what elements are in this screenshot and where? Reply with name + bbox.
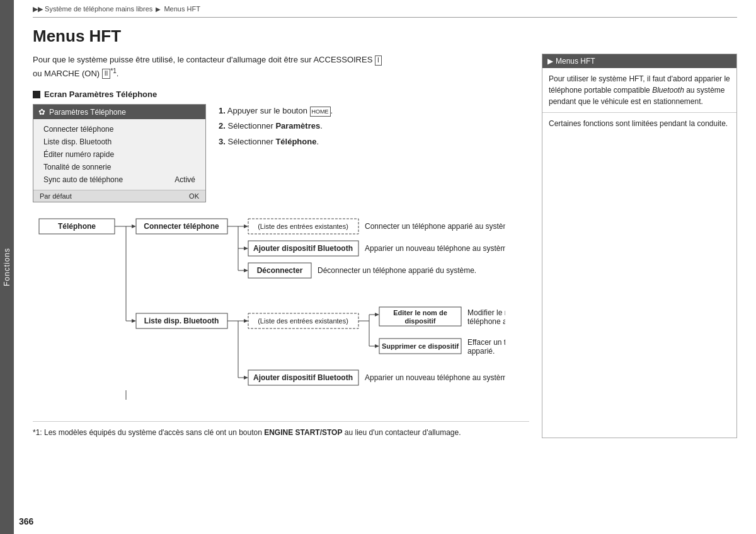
step2-label: Sélectionner: [227, 121, 273, 131]
svg-text:(Liste des entrées existantes): (Liste des entrées existantes): [258, 223, 348, 230]
footnote-bold: ENGINE START/STOP: [264, 428, 342, 437]
svg-text:Modifier le nom d'un: Modifier le nom d'un: [467, 308, 505, 317]
svg-marker-45: [375, 344, 379, 348]
svg-text:dispositif: dispositif: [405, 317, 436, 325]
section-header: Ecran Paramètres Téléphone: [33, 90, 529, 99]
step3-num: 3.: [219, 137, 226, 146]
note-arrow-icon: ▶: [547, 57, 553, 66]
note-box-para2: Certaines fonctions sont limitées pendan…: [542, 113, 736, 134]
breadcrumb: ▶▶ Système de téléphone mains libres ▶ M…: [33, 0, 737, 18]
page-title: Menus HFT: [33, 26, 737, 46]
svg-text:Connecter un téléphone apparié: Connecter un téléphone apparié au systèm…: [365, 222, 505, 231]
note-box-header: ▶ Menus HFT: [542, 54, 736, 68]
svg-text:(Liste des entrées existantes): (Liste des entrées existantes): [258, 317, 348, 325]
svg-text:Effacer un téléphone: Effacer un téléphone: [467, 338, 505, 347]
gear-icon: ✿: [38, 107, 45, 117]
screen-menu-item-4: Tonalité de sonnerie: [33, 161, 205, 173]
note-box-para1: Pour utiliser le système HFT, il faut d'…: [542, 68, 736, 113]
screen-title: Paramètres Téléphone: [49, 108, 126, 117]
step1-text: Appuyer sur le bouton: [227, 106, 307, 115]
note-para1-text: Pour utiliser le système HFT, il faut d'…: [549, 74, 730, 106]
svg-text:Téléphone: Téléphone: [58, 222, 96, 231]
svg-text:téléphone apparié.: téléphone apparié.: [467, 317, 505, 326]
sidebar-label: Fonctions: [3, 248, 11, 286]
screen-footer-left: Par défaut: [40, 192, 72, 200]
on-icon: II: [102, 69, 111, 79]
svg-text:Ajouter dispositif Bluetooth: Ajouter dispositif Bluetooth: [253, 373, 353, 382]
col-left: Pour que le système puisse être utilisé,…: [33, 54, 529, 438]
svg-marker-26: [132, 319, 136, 323]
svg-marker-51: [244, 376, 248, 380]
svg-marker-32: [244, 319, 248, 323]
step2-num: 2.: [219, 121, 226, 131]
svg-text:Déconnecter: Déconnecter: [257, 266, 303, 275]
sidebar: Fonctions: [0, 0, 14, 534]
footnote-text2: au lieu d'un contacteur d'allumage.: [345, 428, 461, 437]
svg-marker-16: [244, 247, 248, 250]
home-icon: HOME: [310, 107, 331, 117]
step2-value: Paramètres: [275, 121, 320, 131]
svg-text:Connecter téléphone: Connecter téléphone: [144, 222, 219, 231]
screen-menu: Connecter téléphone Liste disp. Bluetoot…: [33, 119, 205, 190]
section-title: Ecran Paramètres Téléphone: [44, 90, 157, 99]
breadcrumb-arrow2: ▶: [156, 6, 161, 13]
svg-text:Liste disp. Bluetooth: Liste disp. Bluetooth: [144, 316, 219, 325]
screen-mockup: ✿ Paramètres Téléphone Connecter télépho…: [33, 104, 206, 202]
svg-marker-21: [244, 269, 248, 272]
intro-text: Pour que le système puisse être utilisé,…: [33, 54, 529, 79]
screen-menu-item-1: Connecter téléphone: [33, 123, 205, 136]
breadcrumb-part2: Menus HFT: [164, 5, 200, 13]
svg-text:Ajouter dispositif Bluetooth: Ajouter dispositif Bluetooth: [253, 244, 353, 253]
acc-icon: I: [375, 55, 382, 66]
screen-menu-item-3: Éditer numéro rapide: [33, 148, 205, 161]
screen-footer-right: OK: [189, 192, 199, 200]
section-square-icon: [33, 91, 40, 98]
svg-text:Apparier un nouveau téléphone : Apparier un nouveau téléphone au système…: [365, 373, 505, 382]
svg-marker-38: [375, 313, 379, 316]
note-para2-text: Certaines fonctions sont limitées pendan…: [549, 119, 728, 128]
screen-menu-item-5: Sync auto de téléphone Activé: [33, 173, 205, 186]
breadcrumb-part1: Système de téléphone mains libres: [45, 5, 152, 13]
step3-value: Téléphone: [275, 137, 316, 146]
svg-text:Déconnecter un téléphone appar: Déconnecter un téléphone apparié du syst…: [318, 266, 476, 275]
flow-diagram: Téléphone Connecter téléphone: [33, 214, 529, 411]
breadcrumb-arrow1: ▶▶: [33, 5, 43, 13]
svg-text:Supprimer ce dispositif: Supprimer ce dispositif: [382, 342, 459, 350]
screen-footer: Par défaut OK: [33, 190, 205, 202]
svg-text:apparié.: apparié.: [467, 347, 495, 356]
step3-label: Sélectionner: [227, 137, 273, 146]
steps: 1. Appuyer sur le bouton HOME. 2. Sélect…: [219, 104, 333, 149]
svg-text:Editer le nom de: Editer le nom de: [393, 309, 447, 316]
step1-num: 1.: [219, 106, 226, 115]
footnote-text: *1: Les modèles équipés du système d'acc…: [33, 428, 262, 437]
flow-svg: Téléphone Connecter téléphone: [33, 214, 505, 409]
svg-marker-5: [132, 224, 136, 228]
svg-text:Apparier un nouveau téléphone : Apparier un nouveau téléphone au système…: [365, 244, 505, 253]
note-box: ▶ Menus HFT Pour utiliser le système HFT…: [542, 54, 737, 438]
svg-marker-11: [244, 224, 248, 228]
note-box-title: Menus HFT: [556, 57, 595, 66]
footnote: *1: Les modèles équipés du système d'acc…: [33, 421, 529, 438]
page-number: 366: [19, 516, 33, 526]
screen-menu-item-2: Liste disp. Bluetooth: [33, 136, 205, 148]
